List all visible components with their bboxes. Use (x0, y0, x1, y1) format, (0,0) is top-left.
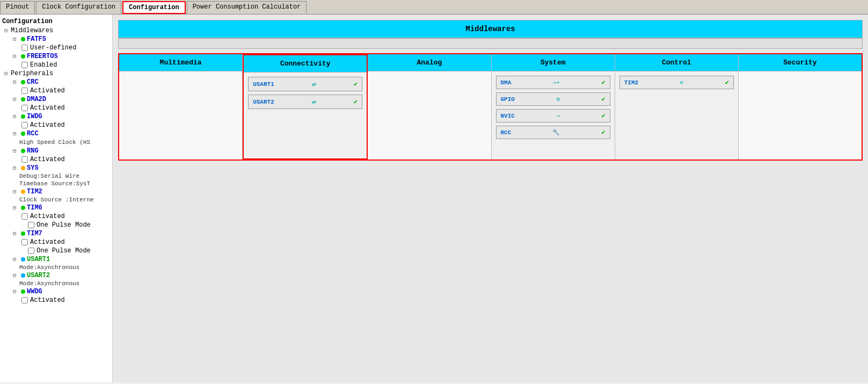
analog-body (368, 71, 491, 160)
dma2d-dot (21, 97, 25, 102)
tim7-onepulse-label: One Pulse Mode (37, 247, 91, 255)
crc-activated-checkbox[interactable] (21, 88, 28, 94)
tab-clock[interactable]: Clock Configuration (36, 1, 121, 14)
fatfs-userdefined[interactable]: User-defined (0, 44, 112, 52)
freertos-enabled-label: Enabled (30, 61, 57, 69)
dma2d-item[interactable]: ⊟ DMA2D (0, 95, 112, 104)
usart2-dot (21, 273, 25, 278)
gpio-btn[interactable]: GPIO ⚙ ✔ (496, 92, 610, 106)
usart2-usb-icon: ⇌ (312, 97, 316, 106)
expand-icon-usart1: ⊟ (13, 256, 19, 263)
tim2-label: TIM2 (27, 188, 42, 195)
usart1-usb-icon: ⇌ (312, 79, 316, 89)
control-body: TIM2 ⊙ ✔ (615, 71, 738, 160)
freertos-item[interactable]: ⊟ FREERTOS (0, 52, 112, 61)
tim7-onepulse-checkbox[interactable] (28, 248, 34, 254)
rng-dot (21, 149, 25, 153)
crc-dot (21, 80, 25, 84)
wwdg-item[interactable]: ⊟ WWDG (0, 287, 112, 296)
usart1-check-icon: ✔ (354, 80, 358, 88)
iwdg-activated[interactable]: Activated (0, 121, 112, 129)
dma2d-activated[interactable]: Activated (0, 104, 112, 112)
wwdg-activated-checkbox[interactable] (21, 297, 28, 303)
gpio-check-icon: ✔ (601, 95, 605, 103)
dma2d-activated-label: Activated (30, 104, 65, 112)
rng-label: RNG (27, 147, 39, 155)
rcc-hsclock-text: High Speed Clock (HS (19, 139, 90, 146)
sys-item[interactable]: ⊟ SYS (0, 164, 112, 172)
tim2-item[interactable]: ⊟ TIM2 (0, 187, 112, 196)
middlewares-header: Middlewares (118, 20, 863, 38)
tim7-activated-checkbox[interactable] (21, 239, 28, 245)
crc-label: CRC (27, 78, 39, 86)
rng-activated[interactable]: Activated (0, 155, 112, 164)
system-header: System (492, 54, 615, 71)
iwdg-item[interactable]: ⊟ IWDG (0, 112, 112, 121)
middlewares-group[interactable]: ⊟ Middlewares (0, 26, 112, 35)
sidebar-section-middlewares: ⊟ Middlewares ⊟ FATFS User-defined ⊟ FRE… (0, 26, 112, 69)
tim7-activated-label: Activated (30, 238, 65, 246)
expand-icon-sys: ⊟ (13, 165, 19, 171)
multimedia-header: Multimedia (119, 54, 242, 71)
crc-item[interactable]: ⊟ CRC (0, 78, 112, 86)
expand-icon-dma2d: ⊟ (13, 96, 19, 103)
usart2-btn[interactable]: USART2 ⇌ ✔ (248, 95, 362, 109)
analog-header: Analog (368, 54, 491, 71)
tim7-label: TIM7 (27, 230, 42, 237)
iwdg-dot (21, 114, 25, 119)
rcc-sys-btn-label: RCC (501, 129, 512, 136)
dma-btn-label: DMA (501, 79, 512, 86)
tab-configuration[interactable]: Configuration (122, 1, 186, 14)
sidebar-title: Configuration (0, 17, 112, 26)
expand-icon-peripherals: ⊟ (4, 70, 11, 77)
tab-bar: Pinout Clock Configuration Configuration… (0, 0, 868, 15)
wwdg-activated[interactable]: Activated (0, 296, 112, 305)
nvic-arrow-icon: ⇒ (556, 112, 560, 119)
expand-icon-rcc: ⊟ (13, 131, 19, 137)
usart2-item[interactable]: ⊟ USART2 (0, 271, 112, 280)
rng-activated-checkbox[interactable] (21, 156, 28, 163)
iwdg-activated-checkbox[interactable] (21, 122, 28, 128)
tim6-activated-checkbox[interactable] (21, 213, 28, 220)
gpio-wrench-icon: ⚙ (556, 96, 560, 103)
freertos-label: FREERTOS (27, 53, 58, 60)
category-multimedia: Multimedia (119, 54, 243, 160)
tim7-onepulse[interactable]: One Pulse Mode (0, 247, 112, 255)
rcc-item[interactable]: ⊟ RCC (0, 129, 112, 138)
tab-pinout[interactable]: Pinout (0, 1, 35, 14)
expand-icon-rng: ⊟ (13, 148, 19, 154)
crc-activated[interactable]: Activated (0, 86, 112, 95)
sidebar-section-peripherals: ⊟ Peripherals ⊟ CRC Activated ⊟ DMA2D (0, 69, 112, 305)
tab-power[interactable]: Power Consumption Calculator (187, 1, 307, 14)
tim6-onepulse-checkbox[interactable] (28, 222, 34, 228)
freertos-enabled[interactable]: Enabled (0, 61, 112, 69)
rcc-hsclock: High Speed Clock (HS (0, 138, 112, 147)
dma-arrow-icon: ⇒+ (553, 79, 560, 86)
tim7-item[interactable]: ⊟ TIM7 (0, 229, 112, 238)
rng-item[interactable]: ⊟ RNG (0, 147, 112, 155)
usart2-btn-label: USART2 (253, 99, 274, 105)
fatfs-label: FATFS (27, 35, 46, 43)
dma2d-activated-checkbox[interactable] (21, 105, 28, 111)
category-connectivity: Connectivity USART1 ⇌ ✔ USART2 ⇌ ✔ (243, 54, 368, 160)
rcc-sys-btn[interactable]: RCC 🔧 ✔ (496, 126, 610, 139)
peripherals-group[interactable]: ⊟ Peripherals (0, 69, 112, 78)
usart1-item[interactable]: ⊟ USART1 (0, 255, 112, 264)
nvic-btn[interactable]: NVIC ⇒ ✔ (496, 109, 610, 122)
tim6-item[interactable]: ⊟ TIM6 (0, 204, 112, 212)
expand-icon-tim2: ⊟ (13, 189, 19, 195)
tim2-ctrl-btn[interactable]: TIM2 ⊙ ✔ (619, 76, 734, 89)
dma-btn[interactable]: DMA ⇒+ ✔ (496, 76, 610, 89)
fatfs-item[interactable]: ⊟ FATFS (0, 35, 112, 44)
tim6-activated[interactable]: Activated (0, 212, 112, 221)
usart1-btn[interactable]: USART1 ⇌ ✔ (248, 77, 362, 91)
wwdg-dot (21, 289, 25, 294)
connectivity-header: Connectivity (244, 55, 367, 73)
expand-icon-fatfs: ⊟ (13, 36, 19, 42)
fatfs-userdefined-checkbox[interactable] (21, 45, 28, 51)
tim6-onepulse[interactable]: One Pulse Mode (0, 221, 112, 229)
expand-icon: ⊟ (4, 27, 11, 34)
tim7-activated[interactable]: Activated (0, 238, 112, 247)
expand-icon-crc: ⊟ (13, 79, 19, 85)
freertos-enabled-checkbox[interactable] (21, 62, 28, 68)
